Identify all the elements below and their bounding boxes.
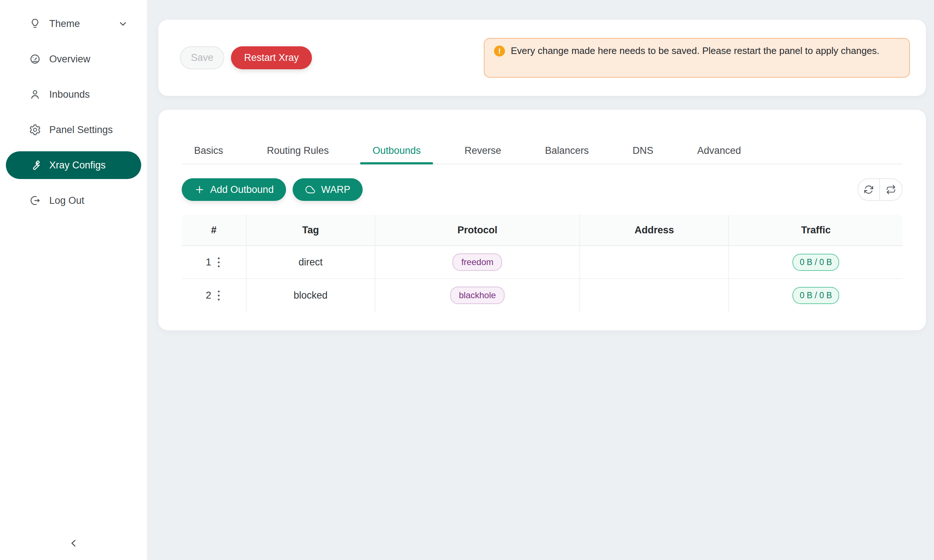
col-header-num: # [182,215,247,246]
restart-xray-button[interactable]: Restart Xray [231,46,312,69]
row-menu-button[interactable] [216,288,222,303]
repeat-icon [886,185,896,195]
warp-label: WARP [321,184,350,195]
sidebar-item-label: Xray Configs [49,160,106,171]
col-header-protocol: Protocol [375,215,581,246]
toolbar-card: Save Restart Xray ! Every change made he… [158,20,926,96]
col-header-tag: Tag [247,215,375,246]
restart-warning-alert: ! Every change made here needs to be sav… [484,38,910,78]
user-icon [29,88,41,101]
sidebar-item-label: Theme [49,18,80,29]
config-tabs: Basics Routing Rules Outbounds Reverse B… [182,137,903,165]
sidebar-item-inbounds[interactable]: Inbounds [6,81,141,108]
sidebar-item-label: Inbounds [49,89,90,100]
traffic-badge: 0 B / 0 B [792,254,839,271]
tab-advanced[interactable]: Advanced [685,137,754,164]
table-row: 2 blocked blackhole 0 B / 0 B [182,279,903,312]
tab-routing-rules[interactable]: Routing Rules [255,137,342,164]
sidebar-item-panel-settings[interactable]: Panel Settings [6,116,141,144]
tab-outbounds[interactable]: Outbounds [360,137,433,164]
tag-cell: direct [247,246,375,279]
sidebar-item-label: Panel Settings [49,124,113,135]
sidebar-item-theme[interactable]: Theme [6,10,141,38]
refresh-button[interactable] [858,179,880,200]
address-cell [580,246,729,279]
tab-basics[interactable]: Basics [182,137,236,164]
sidebar-item-log-out[interactable]: Log Out [6,187,141,214]
add-outbound-label: Add Outbound [210,184,274,195]
gear-icon [29,124,41,136]
xray-config-card: Basics Routing Rules Outbounds Reverse B… [158,110,926,330]
warp-button[interactable]: WARP [293,178,363,201]
tag-cell: blocked [247,279,375,312]
sidebar-nav: Theme Overview [0,0,147,214]
table-tools [857,178,903,201]
main-content: Save Restart Xray ! Every change made he… [147,0,934,560]
traffic-badge: 0 B / 0 B [792,287,839,304]
address-cell [580,279,729,312]
protocol-badge: freedom [452,253,502,271]
tab-balancers[interactable]: Balancers [533,137,601,164]
outbounds-table-wrap: # Tag Protocol Address Traffic 1 [182,215,903,312]
repeat-button[interactable] [880,179,902,200]
col-header-address: Address [580,215,729,246]
app: { "sidebar": { "items": [ { "label": "Th… [0,0,934,560]
sidebar-item-label: Log Out [49,195,84,206]
save-button[interactable]: Save [180,46,224,69]
col-header-traffic: Traffic [729,215,903,246]
outbounds-action-row: Add Outbound WARP [182,178,903,201]
table-row: 1 direct freedom 0 B / 0 B [182,246,903,279]
table-header-row: # Tag Protocol Address Traffic [182,215,903,246]
gauge-icon [29,53,41,65]
row-number: 2 [206,290,211,301]
sidebar-item-xray-configs[interactable]: Xray Configs [6,151,141,179]
outbounds-table: # Tag Protocol Address Traffic 1 [182,215,903,312]
sidebar-item-label: Overview [49,54,91,65]
alert-message: Every change made here needs to be saved… [511,43,879,58]
tab-reverse[interactable]: Reverse [452,137,514,164]
row-number: 1 [206,257,211,268]
cloud-icon [305,184,316,195]
warning-icon: ! [494,46,505,57]
lightbulb-icon [29,17,41,30]
protocol-badge: blackhole [450,286,505,304]
row-menu-button[interactable] [216,255,222,269]
refresh-icon [863,185,874,195]
sidebar-collapse-button[interactable] [0,532,147,554]
sidebar-item-overview[interactable]: Overview [6,45,141,73]
tab-dns[interactable]: DNS [620,137,666,164]
plus-icon [194,184,205,195]
sidebar: Theme Overview [0,0,147,560]
chevron-left-icon [68,537,80,549]
wrench-icon [29,159,41,171]
add-outbound-button[interactable]: Add Outbound [182,178,286,201]
chevron-down-icon [118,18,128,29]
logout-icon [29,194,41,207]
